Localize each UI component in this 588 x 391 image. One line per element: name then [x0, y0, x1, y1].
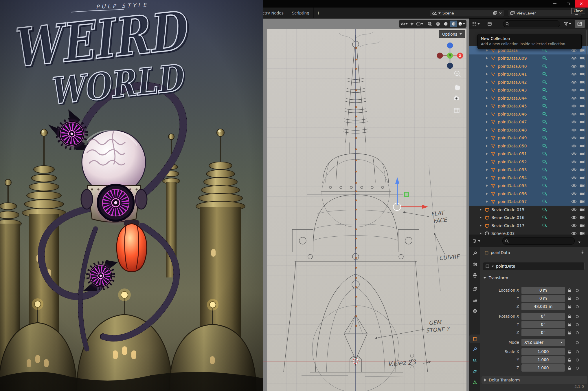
outliner-row[interactable]: pointData.009 — [469, 54, 588, 63]
expand-arrow-icon[interactable] — [486, 89, 488, 91]
minimize-button[interactable] — [548, 0, 561, 8]
lock-icon[interactable] — [567, 358, 572, 362]
geometry-nodes-icon[interactable] — [542, 215, 547, 220]
control-point[interactable] — [355, 89, 357, 91]
expand-arrow-icon[interactable] — [480, 224, 482, 227]
unlink-scene-icon[interactable] — [499, 12, 502, 15]
geometry-nodes-icon[interactable] — [542, 88, 547, 92]
render-camera-icon[interactable] — [580, 176, 585, 180]
close-button[interactable]: × — [575, 0, 588, 8]
outliner-row[interactable]: BezierCircle.017 — [469, 222, 588, 230]
visibility-eye-icon[interactable] — [571, 120, 577, 124]
render-camera-icon[interactable] — [580, 144, 585, 148]
visibility-eye-icon[interactable] — [571, 192, 577, 196]
geometry-nodes-icon[interactable] — [542, 136, 547, 140]
render-camera-icon[interactable] — [580, 224, 585, 227]
tab-render[interactable] — [469, 260, 480, 269]
visibility-eye-icon[interactable] — [571, 200, 577, 203]
outliner-row[interactable]: Sphere.003 — [469, 230, 588, 235]
tab-view-layer[interactable] — [469, 285, 480, 293]
visibility-eye-icon[interactable] — [571, 144, 577, 148]
value-field[interactable]: 0° — [521, 329, 565, 336]
outliner-row[interactable]: pointData.048 — [469, 126, 588, 134]
tab-object[interactable] — [469, 335, 480, 343]
render-camera-icon[interactable] — [580, 72, 585, 76]
expand-arrow-icon[interactable] — [480, 232, 482, 235]
xray-toggle[interactable] — [427, 21, 434, 27]
outliner-row[interactable]: pointData.047 — [469, 118, 588, 126]
render-camera-icon[interactable] — [580, 136, 585, 140]
visibility-eye-icon[interactable] — [571, 176, 577, 180]
render-camera-icon[interactable] — [580, 112, 585, 116]
transform-panel-header[interactable]: Transform — [483, 275, 508, 280]
geometry-nodes-icon[interactable] — [542, 72, 547, 76]
outliner-row[interactable]: pointData.050 — [469, 142, 588, 150]
control-point[interactable] — [355, 257, 357, 259]
value-field[interactable]: 1.000 — [521, 364, 565, 372]
outliner-row[interactable]: BezierCircle.015 — [469, 206, 588, 214]
scene-selector[interactable]: Scene — [430, 9, 504, 17]
expand-arrow-icon[interactable] — [486, 57, 488, 59]
value-field[interactable]: 0° — [521, 321, 565, 328]
value-field[interactable]: 1.000 — [521, 348, 565, 355]
expand-arrow-icon[interactable] — [486, 193, 488, 195]
control-point[interactable] — [355, 59, 357, 61]
render-camera-icon[interactable] — [580, 192, 585, 196]
render-camera-icon[interactable] — [580, 160, 585, 164]
expand-arrow-icon[interactable] — [486, 97, 488, 99]
visibility-eye-icon[interactable] — [571, 184, 577, 187]
animate-dot-icon[interactable] — [576, 289, 579, 292]
value-field[interactable]: 0 m — [521, 295, 565, 302]
visibility-eye-icon[interactable] — [571, 224, 577, 227]
visibility-eye-icon[interactable] — [571, 65, 577, 68]
lock-icon[interactable] — [567, 288, 572, 293]
control-point[interactable] — [355, 277, 357, 279]
render-camera-icon[interactable] — [580, 48, 585, 52]
control-point[interactable] — [355, 126, 357, 128]
expand-arrow-icon[interactable] — [486, 200, 488, 203]
animate-dot-icon[interactable] — [576, 315, 579, 318]
render-camera-icon[interactable] — [580, 168, 585, 172]
expand-arrow-icon[interactable] — [486, 137, 488, 139]
control-point[interactable] — [355, 237, 357, 240]
control-point[interactable] — [355, 106, 357, 108]
control-point[interactable] — [355, 182, 357, 184]
outliner-row[interactable]: BezierCircle.016 — [469, 214, 588, 222]
geometry-nodes-icon[interactable] — [542, 144, 547, 148]
control-point[interactable] — [355, 199, 357, 201]
outliner-row[interactable]: pointData.044 — [469, 94, 588, 102]
value-field[interactable]: 0 m — [521, 287, 565, 294]
geometry-nodes-icon[interactable] — [542, 176, 547, 180]
control-point[interactable] — [355, 286, 357, 288]
render-camera-icon[interactable] — [580, 152, 585, 156]
animate-dot-icon[interactable] — [576, 331, 579, 335]
expand-arrow-icon[interactable] — [486, 105, 488, 107]
outliner-row[interactable]: pointData.043 — [469, 86, 588, 94]
control-point[interactable] — [355, 315, 357, 317]
outliner-row[interactable]: pointData.055 — [469, 182, 588, 190]
expand-arrow-icon[interactable] — [486, 129, 488, 131]
outliner-row[interactable]: pointData.042 — [469, 78, 588, 86]
control-point[interactable] — [355, 296, 357, 298]
control-point[interactable] — [355, 306, 357, 308]
value-field[interactable]: 1.000 — [521, 356, 565, 363]
show-gizmo-toggle[interactable] — [408, 21, 416, 27]
visibility-eye-icon[interactable] — [571, 49, 577, 52]
animate-dot-icon[interactable] — [576, 341, 579, 344]
animate-dot-icon[interactable] — [576, 323, 579, 326]
visibility-eye-icon[interactable] — [571, 72, 577, 76]
outliner-row[interactable]: pointData.054 — [469, 174, 588, 182]
workspace-tab-geometry-nodes[interactable]: etry Nodes — [263, 8, 288, 18]
shading-solid[interactable] — [442, 21, 449, 27]
shading-wireframe[interactable] — [434, 21, 442, 27]
maximize-button[interactable] — [561, 0, 575, 8]
animate-dot-icon[interactable] — [576, 366, 579, 370]
control-point[interactable] — [355, 325, 357, 327]
control-point[interactable] — [355, 171, 357, 173]
control-point[interactable] — [355, 190, 357, 192]
control-point[interactable] — [355, 68, 357, 70]
lock-icon[interactable] — [567, 304, 572, 309]
visibility-eye-icon[interactable] — [571, 136, 577, 140]
render-camera-icon[interactable] — [580, 104, 585, 108]
outliner-search-input[interactable] — [503, 20, 560, 27]
